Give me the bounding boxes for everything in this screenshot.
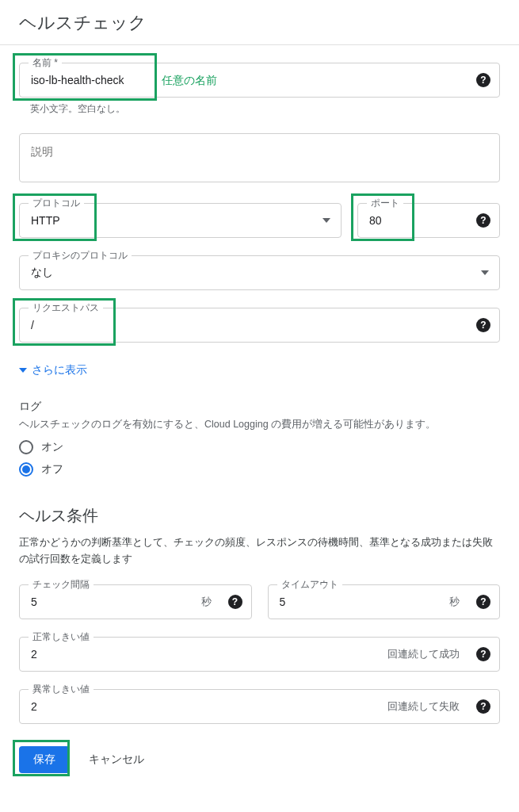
radio-on[interactable]: [19, 440, 33, 454]
port-label: ポート: [367, 197, 403, 210]
request-path-input-text[interactable]: [31, 319, 466, 331]
name-label: 名前 *: [29, 56, 62, 70]
log-radio-on-row[interactable]: オン: [19, 440, 500, 454]
timeout-wrap: タイムアウト 秒 ?: [268, 584, 501, 619]
timeout-suffix: 秒: [449, 595, 460, 609]
save-button[interactable]: 保存: [19, 746, 70, 773]
protocol-field-wrap: プロトコル HTTP: [19, 203, 342, 238]
name-hint: 英小文字。空白なし。: [30, 102, 500, 116]
footer: 保存 キャンセル: [0, 724, 519, 773]
health-section-desc: 正常かどうかの判断基準として、チェックの頻度、レスポンスの待機時間、基準となる成…: [19, 534, 500, 568]
cancel-button[interactable]: キャンセル: [89, 753, 144, 767]
help-icon[interactable]: ?: [476, 318, 490, 332]
help-icon[interactable]: ?: [476, 647, 490, 661]
protocol-value: HTTP: [31, 214, 60, 227]
proxy-protocol-label: プロキシのプロトコル: [29, 249, 132, 262]
name-annotation: 任意の名前: [162, 74, 217, 88]
timeout-label: タイムアウト: [277, 578, 342, 592]
radio-on-label: オン: [41, 440, 63, 454]
unhealthy-threshold-label: 異常しきい値: [29, 683, 93, 696]
healthy-threshold-text[interactable]: [31, 648, 387, 661]
unhealthy-threshold-text[interactable]: [31, 700, 387, 713]
description-textarea[interactable]: [19, 133, 500, 182]
chevron-down-icon: [481, 270, 489, 275]
chevron-down-icon: [322, 218, 330, 223]
health-section-title: ヘルス条件: [19, 505, 500, 527]
check-interval-label: チェック間隔: [29, 578, 93, 592]
help-icon[interactable]: ?: [476, 213, 490, 228]
chevron-down-icon: [19, 368, 27, 373]
timeout-text[interactable]: [280, 596, 450, 608]
log-heading: ログ: [19, 400, 500, 414]
port-input-text[interactable]: [369, 214, 466, 227]
log-desc: ヘルスチェックのログを有効にすると、Cloud Logging の費用が増える可…: [19, 417, 500, 432]
log-radio-off-row[interactable]: オフ: [19, 462, 500, 477]
check-interval-suffix: 秒: [201, 595, 212, 609]
name-input[interactable]: [19, 63, 500, 98]
healthy-threshold-suffix: 回連続して成功: [387, 647, 460, 661]
request-path-label: リクエストパス: [29, 301, 103, 315]
description-field-wrap: [19, 133, 500, 186]
help-icon[interactable]: ?: [476, 595, 490, 609]
name-field-wrap: 名前 * ? 任意の名前: [19, 63, 500, 98]
unhealthy-threshold-wrap: 異常しきい値 回連続して失敗 ?: [19, 689, 500, 724]
help-icon[interactable]: ?: [476, 699, 490, 714]
show-more-link[interactable]: さらに表示: [19, 363, 500, 377]
unhealthy-threshold-suffix: 回連続して失敗: [387, 699, 460, 714]
page-title: ヘルスチェック: [0, 0, 519, 45]
proxy-protocol-value: なし: [31, 266, 53, 280]
healthy-threshold-label: 正常しきい値: [29, 630, 93, 644]
protocol-label: プロトコル: [29, 197, 84, 210]
check-interval-wrap: チェック間隔 秒 ?: [19, 584, 252, 619]
help-icon[interactable]: ?: [476, 73, 490, 87]
name-input-text[interactable]: [31, 74, 466, 86]
request-path-field-wrap: リクエストパス ?: [19, 308, 500, 343]
radio-off-label: オフ: [41, 462, 63, 477]
show-more-label: さらに表示: [32, 363, 87, 377]
radio-off[interactable]: [19, 462, 33, 477]
help-icon[interactable]: ?: [228, 595, 242, 609]
check-interval-text[interactable]: [31, 596, 201, 608]
proxy-protocol-field-wrap: プロキシのプロトコル なし: [19, 255, 500, 290]
healthy-threshold-wrap: 正常しきい値 回連続して成功 ?: [19, 637, 500, 672]
port-field-wrap: ポート ?: [357, 203, 500, 238]
